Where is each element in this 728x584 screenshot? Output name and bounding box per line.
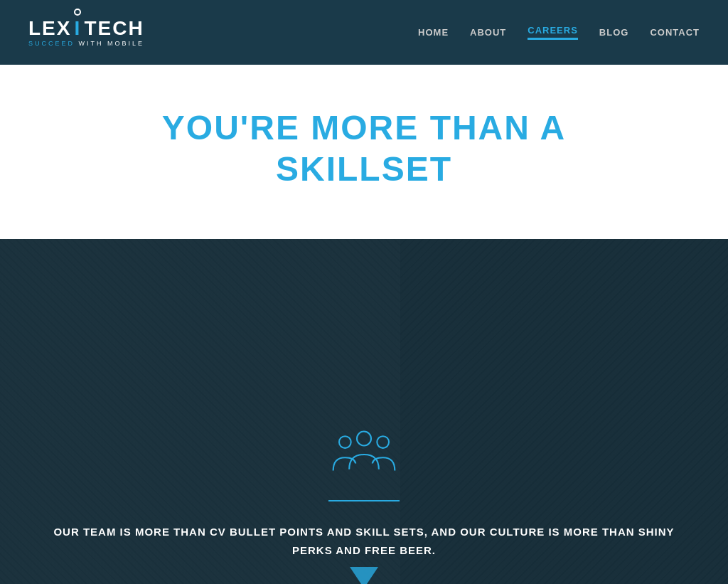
logo-i-container: I [71, 18, 84, 38]
svg-point-2 [377, 436, 389, 448]
logo-i: I [75, 17, 82, 39]
nav-item-about[interactable]: ABOUT [470, 27, 506, 38]
nav-item-home[interactable]: HOME [418, 27, 449, 38]
nav-item-careers[interactable]: CAREERS [528, 25, 578, 40]
svg-point-1 [339, 436, 351, 448]
main-nav: HOME ABOUT CAREERS BLOG CONTACT [418, 25, 700, 40]
site-header: LEX I TECH SUCCEED WITH MOBILE HOME ABOU… [0, 0, 728, 65]
logo-lex: LEX [28, 18, 71, 38]
hero-title: YOU'RE MORE THAN A SKILLSET [28, 107, 700, 189]
nav-item-blog[interactable]: BLOG [599, 27, 629, 38]
logo-circle-decoration [74, 9, 81, 16]
team-group-icon [328, 426, 400, 486]
image-description-text: OUR TEAM IS MORE THAN CV BULLET POINTS A… [44, 523, 684, 559]
hero-title-line2: SKILLSET [276, 150, 452, 188]
hero-title-line1: YOU'RE MORE THAN A [162, 109, 566, 147]
svg-marker-3 [350, 567, 378, 584]
image-section: OUR TEAM IS MORE THAN CV BULLET POINTS A… [0, 239, 728, 584]
chevron-down-icon [346, 556, 382, 584]
svg-point-0 [357, 432, 371, 446]
logo-tagline-succeed: SUCCEED [28, 40, 75, 47]
logo[interactable]: LEX I TECH SUCCEED WITH MOBILE [28, 18, 144, 47]
divider-line [328, 500, 400, 501]
scroll-hint [346, 556, 382, 584]
nav-item-contact[interactable]: CONTACT [650, 27, 700, 38]
logo-tagline-rest: WITH MOBILE [75, 40, 144, 47]
hero-section: YOU'RE MORE THAN A SKILLSET [0, 65, 728, 239]
logo-tagline: SUCCEED WITH MOBILE [28, 40, 144, 47]
logo-tech: TECH [84, 18, 144, 38]
image-content: OUR TEAM IS MORE THAN CV BULLET POINTS A… [0, 239, 728, 584]
